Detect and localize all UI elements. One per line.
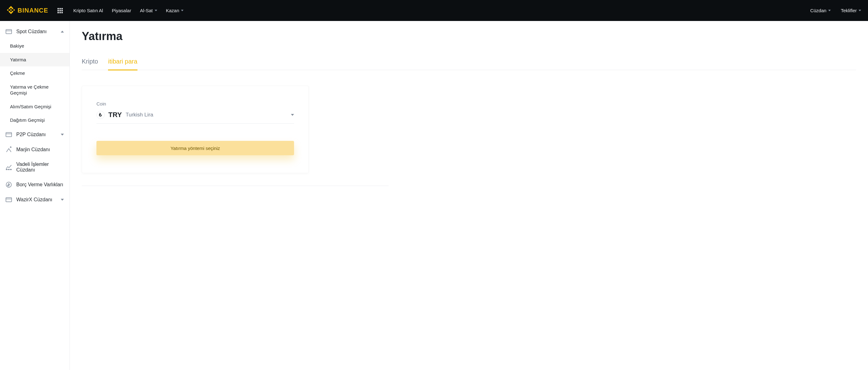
page-title: Yatırma [82, 30, 856, 43]
sidebar-item-distribution-history[interactable]: Dağıtım Geçmişi [0, 113, 69, 127]
lending-icon [6, 182, 12, 188]
chevron-down-icon [828, 10, 831, 11]
svg-rect-2 [61, 8, 63, 9]
svg-rect-4 [60, 10, 61, 11]
svg-rect-1 [60, 8, 61, 9]
coin-name: Turkish Lira [126, 112, 153, 118]
sidebar-section-margin[interactable]: Marjin Cüzdanı [0, 142, 69, 157]
deposit-card: Coin ₺ TRY Turkish Lira Yatırma yöntemi … [82, 86, 309, 173]
sidebar-section-spot[interactable]: Spot Cüzdanı [0, 24, 69, 39]
svg-rect-6 [58, 12, 59, 13]
svg-rect-17 [6, 197, 11, 202]
chevron-down-icon [291, 114, 294, 116]
binance-logo-icon [7, 6, 15, 15]
sidebar: Spot Cüzdanı Bakiye Yatırma Çekme Yatırm… [0, 21, 70, 370]
tab-crypto[interactable]: Kripto [82, 55, 98, 70]
wallet-icon [6, 29, 12, 35]
chevron-up-icon [61, 31, 64, 33]
logo[interactable]: BINANCE [7, 6, 48, 15]
svg-rect-9 [6, 29, 11, 33]
chevron-down-icon [61, 199, 64, 201]
svg-rect-3 [58, 10, 59, 11]
deposit-tabs: Kripto itibari para [82, 55, 856, 70]
sidebar-section-lending[interactable]: Borç Verme Varlıkları [0, 177, 69, 192]
nav-trade[interactable]: Al-Sat [140, 8, 157, 13]
apps-grid-icon[interactable] [57, 7, 63, 14]
svg-rect-11 [6, 132, 11, 136]
chevron-down-icon [181, 10, 184, 11]
nav-markets[interactable]: Piyasalar [112, 8, 131, 13]
sidebar-section-futures[interactable]: Vadeli İşlemler Cüzdanı [0, 157, 69, 177]
chevron-down-icon [61, 134, 64, 135]
sidebar-item-deposit-withdraw-history[interactable]: Yatırma ve Çekme Geçmişi [0, 80, 69, 100]
header-nav: Kripto Satın Al Piyasalar Al-Sat Kazan [73, 8, 184, 13]
chevron-down-icon [859, 10, 861, 11]
nav-wallet[interactable]: Cüzdan [810, 8, 831, 13]
header-nav-right: Cüzdan Teklifler [810, 8, 861, 13]
chevron-down-icon [155, 10, 157, 11]
wallet-icon [6, 131, 12, 138]
sidebar-section-p2p[interactable]: P2P Cüzdanı [0, 127, 69, 142]
coin-field-label: Coin [96, 101, 294, 106]
svg-rect-0 [58, 8, 59, 9]
sidebar-item-balance[interactable]: Bakiye [0, 39, 69, 53]
sidebar-item-withdraw[interactable]: Çekme [0, 66, 69, 80]
sidebar-item-deposit[interactable]: Yatırma [0, 53, 69, 67]
coin-code: TRY [108, 111, 122, 119]
brand-name: BINANCE [18, 7, 48, 14]
sidebar-section-wazirx[interactable]: WazirX Cüzdanı [0, 192, 69, 207]
divider [82, 186, 389, 186]
nav-earn[interactable]: Kazan [166, 8, 184, 13]
try-currency-icon: ₺ [96, 111, 104, 119]
futures-icon [6, 164, 12, 170]
svg-rect-13 [6, 169, 7, 169]
svg-rect-14 [8, 169, 9, 169]
select-deposit-method-button[interactable]: Yatırma yöntemi seçiniz [96, 141, 294, 155]
nav-buy-crypto[interactable]: Kripto Satın Al [73, 8, 103, 13]
svg-rect-5 [61, 10, 63, 11]
margin-icon [6, 147, 12, 153]
svg-rect-15 [10, 169, 11, 169]
coin-select[interactable]: ₺ TRY Turkish Lira [96, 109, 294, 124]
svg-rect-8 [61, 12, 63, 13]
wallet-icon [6, 196, 12, 203]
nav-offers[interactable]: Teklifler [841, 8, 861, 13]
svg-rect-7 [60, 12, 61, 13]
sidebar-item-trade-history[interactable]: Alım/Satım Geçmişi [0, 100, 69, 114]
tab-fiat[interactable]: itibari para [108, 55, 137, 70]
